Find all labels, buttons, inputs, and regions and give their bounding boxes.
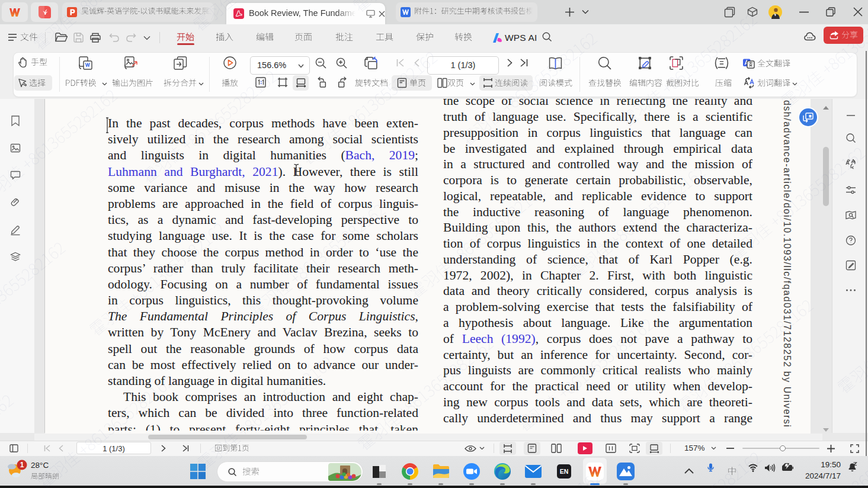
svg-text:1: 1 — [20, 461, 24, 469]
svg-text:EN: EN — [560, 468, 569, 475]
